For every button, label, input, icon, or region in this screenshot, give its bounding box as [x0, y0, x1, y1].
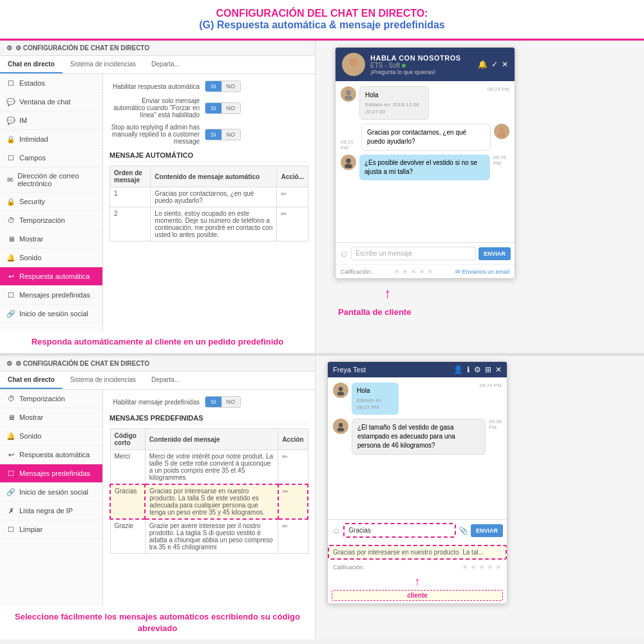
cell-edit-1[interactable]: ✏: [277, 187, 308, 207]
sidebar-item-social[interactable]: 🔗 Inicio de sesión social: [0, 305, 102, 323]
svg-point-10: [339, 423, 343, 428]
edit-icon-merci[interactable]: ✏: [282, 453, 288, 460]
sidebar-item-campos[interactable]: ☐ Campos: [0, 149, 102, 167]
bottom-sidebar-social[interactable]: 🔗 Inicio de sesión social: [0, 483, 102, 502]
svg-point-7: [345, 164, 352, 169]
sidebar-item-intimidad[interactable]: 🔒 Intimidad: [0, 130, 102, 149]
tab-chat-directo[interactable]: Chat en directo: [0, 56, 62, 73]
caption-bottom-text: Seleccione fácilmente los mensajes autom…: [15, 612, 300, 633]
ventana-icon: 💬: [6, 97, 15, 106]
bottom-chat-msg-1: Hola Editado en 08:27 PM: [352, 383, 399, 415]
bottom-agent-avatar: [333, 383, 348, 398]
sidebar-item-temporizacion[interactable]: ⏱ Temporización: [0, 211, 102, 230]
online-indicator: [402, 64, 406, 68]
page-header: CONFIGURACIÓN DEL CHAT EN DIRECTO: (G) R…: [0, 0, 644, 41]
sidebar-item-im[interactable]: 💬 IM: [0, 111, 102, 130]
cell-order-1: 1: [110, 187, 151, 207]
edit-gracias[interactable]: ✏: [278, 484, 308, 519]
bottom-chat-input[interactable]: Gracias: [343, 523, 456, 538]
edit-merci[interactable]: ✏: [278, 450, 308, 485]
im-icon: 💬: [6, 116, 15, 125]
attachment-icon[interactable]: 📎: [459, 526, 468, 535]
chat-rating-bar: Calificación: ★ ★ ★ ★ ★ ✉ Envianos un em…: [336, 264, 515, 278]
table-row-highlighted: Gracias Gracias por interesarse en nuest…: [110, 484, 308, 519]
bottom-sidebar-limpiar[interactable]: ☐ Limpiar: [0, 520, 102, 539]
bottom-tab-chat[interactable]: Chat en directo: [0, 372, 62, 389]
bottom-tab-incidencias[interactable]: Sistema de incidencias: [62, 372, 144, 389]
autocomplete-dropdown[interactable]: Gracias por interesarse en nuestro produ…: [328, 545, 507, 560]
sidebar-item-mostrar[interactable]: 🖥 Mostrar: [0, 230, 102, 249]
svg-point-4: [499, 128, 504, 133]
content-merci: Merci de votre intérêt pour notre produi…: [145, 450, 278, 485]
svg-point-0: [349, 58, 357, 66]
bottom-tab-depto[interactable]: Departa...: [144, 372, 187, 389]
chat-input-field[interactable]: Escribe un mensaje: [351, 247, 476, 260]
toggle-si-2[interactable]: SI: [205, 103, 222, 113]
tab-departamento[interactable]: Departa...: [144, 56, 187, 73]
info-icon[interactable]: ℹ: [467, 365, 470, 374]
rating-stars[interactable]: ★ ★ ★ ★ ★: [393, 267, 433, 276]
bottom-sidebar-mostrar[interactable]: 🖥 Mostrar: [0, 408, 102, 427]
sidebar-item-respuesta-auto[interactable]: ↩ Respuesta automática: [0, 267, 102, 286]
toggle-group-1: SI NO: [205, 80, 241, 92]
chat-msg-auto: Gracias por contactarnos, ¿en qué puedo …: [361, 124, 491, 151]
edit-grazie[interactable]: ✏: [278, 519, 308, 554]
bottom-rating-stars[interactable]: ★ ★ ★ ★ ★: [462, 563, 502, 571]
toggle-no-1[interactable]: NO: [222, 81, 241, 91]
bottom-emoji-btn[interactable]: ☺: [332, 526, 341, 536]
user-icon[interactable]: 👤: [453, 365, 463, 374]
sidebar-item-ventana[interactable]: 💬 Ventana de chat: [0, 93, 102, 111]
edit-icon-grazie[interactable]: ✏: [282, 522, 288, 530]
toggle-label-2: Enviar solo mensaje automático cuando "F…: [109, 97, 200, 118]
cell-edit-2[interactable]: ✏: [277, 207, 308, 242]
toggle-label-3: Stop auto replying if admin has manually…: [109, 124, 200, 145]
settings-icon[interactable]: ⚙: [474, 365, 481, 374]
mensajes-pred-icon: ☐: [6, 290, 15, 299]
toggle-group-3: SI NO: [205, 129, 241, 140]
agent-name-bottom: Freya Test: [333, 366, 366, 374]
bottom-sidebar-respuesta[interactable]: ↩ Respuesta automática: [0, 446, 102, 464]
bottom-section-title: MENSAJES PREDEFINIDAS: [109, 414, 308, 424]
sidebar-item-mensajes-pred[interactable]: ☐ Mensajes predefinidas: [0, 286, 102, 305]
email-link[interactable]: ✉ Envianos un email: [455, 269, 509, 275]
send-button[interactable]: ENVIAR: [478, 247, 511, 260]
tab-incidencias[interactable]: Sistema de incidencias: [62, 56, 144, 73]
campos-icon: ☐: [6, 153, 15, 162]
edit-icon-1[interactable]: ✏: [281, 190, 287, 198]
bottom-sidebar-temporizacion[interactable]: ⏱ Temporización: [0, 390, 102, 408]
toggle-si-3[interactable]: SI: [205, 129, 222, 140]
bottom-sidebar-mensajes[interactable]: ☐ Mensajes predefinidas: [0, 464, 102, 483]
toggle-si-1[interactable]: SI: [205, 81, 222, 91]
svg-point-11: [337, 428, 345, 431]
edit-icon-gracias[interactable]: ✏: [283, 488, 289, 495]
close-icon[interactable]: ✕: [502, 60, 508, 69]
bottom-sidebar-blacklist[interactable]: ✗ Lista negra de IP: [0, 502, 102, 520]
arrow-wrapper: ↑ Pantalla de cliente: [322, 285, 414, 322]
bottom-msg-time-1: 08:24 PM: [480, 383, 502, 388]
chat-header-info: HABLA CON NOSOTROS ETS - Soft ¡Pregunta …: [370, 54, 473, 75]
minimize-icon[interactable]: ✕: [495, 365, 502, 374]
sidebar-item-email[interactable]: ✉ Dirección de correo electrónico: [0, 167, 102, 193]
sidebar-item-sonido[interactable]: 🔔 Sonido: [0, 249, 102, 267]
social-icon: 🔗: [6, 309, 15, 318]
bottom-section: ⚙ ⚙ CONFIGURACIÓN DE CHAT EN DIRECTO Cha…: [0, 356, 644, 639]
toggle-no-3[interactable]: NO: [222, 129, 241, 140]
expand-icon[interactable]: ⊞: [485, 365, 491, 374]
top-chat-widget: HABLA CON NOSOTROS ETS - Soft ¡Pregunta …: [335, 47, 515, 279]
blacklist-icon: ✗: [6, 506, 15, 515]
emoji-button[interactable]: ☺: [339, 249, 348, 259]
sidebar-item-estados[interactable]: ☐ Estados: [0, 74, 102, 93]
bottom-toggle-si[interactable]: SI: [205, 397, 222, 407]
bottom-sidebar-sonido[interactable]: 🔔 Sonido: [0, 427, 102, 446]
bottom-send-button[interactable]: ENVIAR: [471, 524, 503, 537]
check-icon[interactable]: ✓: [491, 60, 498, 69]
bottom-tabs-bar: Chat en directo Sistema de incidencias D…: [0, 372, 315, 390]
sidebar-item-security[interactable]: 🔒 Security: [0, 193, 102, 211]
edit-icon-2[interactable]: ✏: [281, 210, 287, 218]
toggle-no-2[interactable]: NO: [222, 103, 241, 113]
bottom-toggle-no[interactable]: NO: [222, 397, 241, 407]
msg-wrapper-1: Hola Editado en: 2019-12-08 20:27:00 08:…: [341, 86, 509, 120]
main-container: ⚙ ⚙ CONFIGURACIÓN DE CHAT EN DIRECTO Cha…: [0, 41, 644, 639]
gear-icon-bottom: ⚙: [6, 360, 12, 367]
bell-icon[interactable]: 🔔: [478, 60, 488, 69]
